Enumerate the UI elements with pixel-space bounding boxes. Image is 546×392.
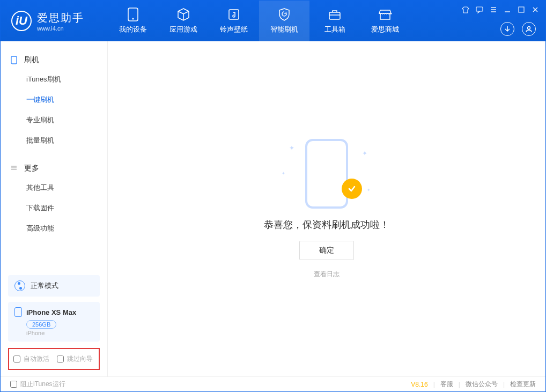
app-url: www.i4.cn bbox=[37, 25, 84, 32]
block-itunes-label: 阻止iTunes运行 bbox=[20, 380, 65, 389]
skip-wizard-label: 跳过向导 bbox=[67, 354, 93, 364]
account-button[interactable] bbox=[522, 22, 536, 36]
device-capacity: 256GB bbox=[26, 320, 56, 329]
footer-link-support[interactable]: 客服 bbox=[440, 380, 453, 389]
nav-tab-flash[interactable]: 智能刷机 bbox=[259, 1, 309, 41]
nav-label: 智能刷机 bbox=[270, 25, 298, 34]
sidebar-item-download-firmware[interactable]: 下载固件 bbox=[1, 198, 107, 218]
mode-box[interactable]: 正常模式 bbox=[8, 275, 100, 297]
window-controls bbox=[461, 5, 540, 14]
phone-icon bbox=[305, 139, 348, 209]
phone-outline-icon bbox=[10, 56, 19, 64]
svg-rect-3 bbox=[329, 12, 340, 19]
sidebar-item-onekey-flash[interactable]: 一键刷机 bbox=[1, 90, 107, 110]
sidebar-item-itunes-flash[interactable]: iTunes刷机 bbox=[1, 69, 107, 90]
skip-wizard-checkbox[interactable]: 跳过向导 bbox=[57, 354, 93, 364]
footer-link-update[interactable]: 检查更新 bbox=[510, 380, 536, 389]
success-message: 恭喜您，保资料刷机成功啦！ bbox=[264, 218, 389, 231]
auto-activate-checkbox[interactable]: 自动激活 bbox=[13, 354, 49, 364]
toolbox-icon bbox=[327, 8, 342, 21]
skip-wizard-input[interactable] bbox=[57, 356, 64, 363]
svg-rect-7 bbox=[11, 56, 17, 64]
store-icon bbox=[378, 8, 393, 21]
download-button[interactable] bbox=[500, 22, 514, 36]
svg-rect-2 bbox=[229, 10, 239, 19]
auto-activate-input[interactable] bbox=[13, 356, 20, 363]
footer-link-wechat[interactable]: 微信公众号 bbox=[466, 380, 498, 389]
mode-label: 正常模式 bbox=[31, 281, 58, 291]
svg-point-1 bbox=[132, 18, 134, 20]
header-actions bbox=[500, 22, 536, 36]
ok-button[interactable]: 确定 bbox=[299, 241, 354, 260]
logo-icon: iU bbox=[11, 11, 32, 31]
sidebar-item-batch-flash[interactable]: 批量刷机 bbox=[1, 130, 107, 151]
svg-rect-5 bbox=[519, 7, 524, 12]
sidebar: 刷机 iTunes刷机 一键刷机 专业刷机 批量刷机 更多 其他工具 下载固件 … bbox=[1, 41, 108, 376]
sidebar-item-pro-flash[interactable]: 专业刷机 bbox=[1, 110, 107, 130]
device-icon bbox=[126, 8, 141, 21]
nav-label: 工具箱 bbox=[324, 25, 345, 34]
success-illustration: ✦ ✦ ✦ ✦ bbox=[294, 139, 359, 209]
block-itunes-checkbox[interactable]: 阻止iTunes运行 bbox=[10, 380, 65, 389]
sidebar-item-other-tools[interactable]: 其他工具 bbox=[1, 177, 107, 198]
nav-label: 铃声壁纸 bbox=[220, 25, 248, 34]
shield-icon bbox=[277, 8, 292, 21]
nav-tab-device[interactable]: 我的设备 bbox=[108, 1, 158, 41]
minimize-button[interactable] bbox=[503, 5, 512, 14]
version-label: V8.16 bbox=[411, 381, 427, 388]
nav-tab-store[interactable]: 爱思商城 bbox=[360, 1, 410, 41]
sidebar-section-more: 更多 bbox=[1, 159, 107, 177]
svg-rect-4 bbox=[476, 7, 483, 11]
music-icon bbox=[226, 8, 241, 21]
main-content: ✦ ✦ ✦ ✦ 恭喜您，保资料刷机成功啦！ 确定 查看日志 bbox=[108, 41, 545, 376]
cube-icon bbox=[176, 8, 191, 21]
nav-label: 我的设备 bbox=[119, 25, 147, 34]
body: 刷机 iTunes刷机 一键刷机 专业刷机 批量刷机 更多 其他工具 下载固件 … bbox=[1, 41, 545, 376]
sidebar-section-flash: 刷机 bbox=[1, 51, 107, 69]
footer: 阻止iTunes运行 V8.16 | 客服 | 微信公众号 | 检查更新 bbox=[1, 376, 545, 391]
auto-activate-label: 自动激活 bbox=[24, 354, 49, 364]
view-log-link[interactable]: 查看日志 bbox=[314, 270, 340, 279]
nav-tabs: 我的设备 应用游戏 铃声壁纸 智能刷机 工具箱 爱思商城 bbox=[108, 1, 410, 41]
mode-icon bbox=[14, 280, 25, 291]
logo-area: iU 爱思助手 www.i4.cn bbox=[1, 11, 108, 32]
nav-label: 应用游戏 bbox=[169, 25, 197, 34]
sidebar-section-title: 刷机 bbox=[24, 55, 39, 65]
menu-icon[interactable] bbox=[489, 5, 498, 14]
sidebar-section-title: 更多 bbox=[24, 164, 39, 173]
checkbox-highlight-box: 自动激活 跳过向导 bbox=[8, 348, 100, 370]
skin-icon[interactable] bbox=[461, 5, 470, 14]
more-icon bbox=[10, 164, 19, 173]
device-type: iPhone bbox=[26, 330, 93, 336]
sidebar-item-advanced[interactable]: 高级功能 bbox=[1, 218, 107, 239]
svg-point-6 bbox=[528, 27, 530, 29]
device-name-row: iPhone XS Max bbox=[14, 307, 93, 317]
device-box[interactable]: iPhone XS Max 256GB iPhone bbox=[8, 302, 100, 342]
header: iU 爱思助手 www.i4.cn 我的设备 应用游戏 铃声壁纸 智能刷机 工具… bbox=[1, 1, 545, 41]
maximize-button[interactable] bbox=[517, 5, 526, 14]
nav-tab-apps[interactable]: 应用游戏 bbox=[158, 1, 209, 41]
close-button[interactable] bbox=[530, 5, 540, 14]
nav-tab-ringtone[interactable]: 铃声壁纸 bbox=[209, 1, 259, 41]
feedback-icon[interactable] bbox=[475, 5, 484, 14]
device-outline-icon bbox=[14, 307, 22, 317]
device-name: iPhone XS Max bbox=[26, 308, 76, 316]
block-itunes-input[interactable] bbox=[10, 381, 17, 388]
check-badge-icon bbox=[342, 179, 362, 199]
nav-tab-toolbox[interactable]: 工具箱 bbox=[309, 1, 360, 41]
app-name: 爱思助手 bbox=[37, 11, 84, 25]
nav-label: 爱思商城 bbox=[371, 25, 399, 34]
